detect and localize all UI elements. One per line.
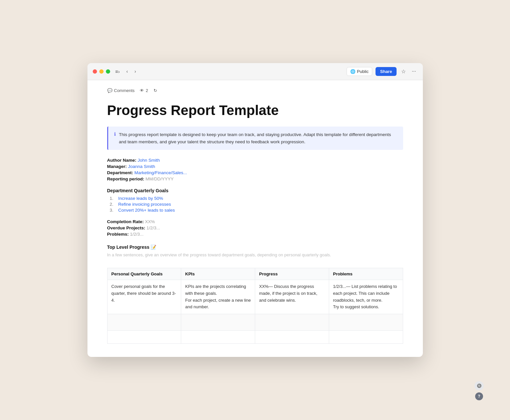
manager-label: Manager: [107, 164, 127, 169]
top-level-placeholder: In a few sentences, give an overview of … [107, 252, 403, 259]
kpis-text-1: KPIs are the projects correlating with t… [185, 284, 251, 309]
goal-num: 2. [110, 202, 116, 207]
cell-kpis-2 [181, 314, 255, 331]
col-header-progress: Progress [255, 268, 329, 280]
table-row [107, 331, 403, 344]
globe-icon: 🌐 [350, 69, 355, 74]
goal-num: 3. [110, 208, 116, 213]
overdue-label: Overdue Projects: [107, 225, 145, 230]
metadata-section: Author Name: John Smith Manager: Joanna … [107, 158, 403, 181]
goal-text[interactable]: Convert 20%+ leads to sales [118, 208, 175, 213]
info-icon: ℹ [114, 131, 116, 145]
author-line: Author Name: John Smith [107, 158, 403, 163]
avatar-icon: 🔘 [474, 381, 484, 390]
more-button[interactable]: ··· [410, 67, 417, 76]
floating-controls: 🔘 ? [474, 381, 484, 400]
cell-goals-2 [107, 314, 181, 331]
cell-progress-3 [255, 331, 329, 344]
cell-goals-1: Cover personal goals for the quarter, th… [107, 280, 181, 314]
col-header-kpis: KPIs [181, 268, 255, 280]
titlebar-actions: 🌐 Public Share ☆ ··· [347, 67, 418, 76]
cell-kpis-1: KPIs are the projects correlating with t… [181, 280, 255, 314]
cell-goals-3 [107, 331, 181, 344]
public-button[interactable]: 🌐 Public [347, 67, 372, 76]
goals-heading: Department Quarterly Goals [107, 188, 403, 193]
cell-progress-2 [255, 314, 329, 331]
table-row [107, 314, 403, 331]
close-button[interactable] [93, 69, 97, 74]
cell-problems-3 [329, 331, 403, 344]
forward-icon: › [134, 69, 136, 74]
sync-button[interactable]: ↻ [154, 88, 157, 93]
sidebar-toggle-button[interactable]: ≡› [114, 67, 121, 76]
goal-text[interactable]: Increase leads by 50% [118, 196, 163, 201]
problems-label: Problems: [107, 232, 129, 237]
traffic-lights [93, 69, 110, 74]
col-header-goals: Personal Quarterly Goals [107, 268, 181, 280]
problems-value: 1/2/3... [130, 232, 143, 237]
manager-line: Manager: Joanna Smith [107, 164, 403, 169]
completion-rate-line: Completion Rate: XX% [107, 219, 403, 224]
author-label: Author Name: [107, 158, 136, 163]
maximize-button[interactable] [106, 69, 110, 74]
back-icon: ‹ [126, 69, 128, 74]
completion-rate-label: Completion Rate: [107, 219, 144, 224]
cell-problems-1: 1/2/3...— List problems relating to each… [329, 280, 403, 314]
col-header-problems: Problems [329, 268, 403, 280]
reporting-period-label: Reporting period: [107, 176, 144, 181]
cell-progress-1: XX%— Discuss the progress made, if the p… [255, 280, 329, 314]
content-area: 💬 Comments 👁 2 ↻ Progress Report Templat… [87, 80, 423, 357]
comments-label: Comments [114, 88, 135, 93]
views-count: 2 [146, 88, 148, 93]
overdue-line: Overdue Projects: 1/2/3... [107, 225, 403, 230]
forward-button[interactable]: › [133, 67, 137, 75]
views-counter: 👁 2 [140, 88, 148, 93]
document-title: Progress Report Template [107, 102, 403, 119]
titlebar: ≡› ‹ › 🌐 Public Share ☆ ··· [87, 63, 423, 80]
sidebar-icon: ≡› [115, 69, 120, 74]
overdue-value: 1/2/3... [147, 225, 160, 230]
back-button[interactable]: ‹ [125, 67, 129, 75]
comments-button[interactable]: 💬 Comments [107, 88, 135, 93]
problems-text-1: 1/2/3...— List problems relating to each… [333, 284, 397, 309]
author-value[interactable]: John Smith [138, 158, 160, 163]
star-button[interactable]: ☆ [400, 67, 407, 76]
share-button[interactable]: Share [376, 67, 397, 76]
top-level-heading: Top Level Progress 📝 [107, 245, 403, 250]
department-label: Department: [107, 170, 134, 175]
help-icon[interactable]: ? [475, 392, 483, 400]
app-window: ≡› ‹ › 🌐 Public Share ☆ ··· 💬 Comments [87, 63, 423, 357]
cell-problems-2 [329, 314, 403, 331]
top-level-section: Top Level Progress 📝 In a few sentences,… [107, 245, 403, 259]
goals-list: 1. Increase leads by 50% 2. Refine invoi… [107, 196, 403, 213]
manager-value[interactable]: Joanna Smith [128, 164, 155, 169]
reporting-period-value: MM/DD/YYYY [146, 176, 174, 181]
goal-num: 1. [110, 196, 116, 201]
completion-rate-value: XX% [145, 219, 155, 224]
stats-section: Completion Rate: XX% Overdue Projects: 1… [107, 219, 403, 237]
department-line: Department: Marketing/Finance/Sales... [107, 170, 403, 175]
public-label: Public [357, 69, 369, 74]
list-item: 3. Convert 20%+ leads to sales [110, 208, 403, 213]
doc-toolbar: 💬 Comments 👁 2 ↻ [107, 87, 403, 93]
cell-kpis-3 [181, 331, 255, 344]
info-text: This progress report template is designe… [119, 131, 397, 145]
goals-section: Department Quarterly Goals 1. Increase l… [107, 188, 403, 213]
problems-line: Problems: 1/2/3... [107, 232, 403, 237]
department-value[interactable]: Marketing/Finance/Sales... [134, 170, 187, 175]
sync-icon: ↻ [154, 88, 157, 93]
comment-icon: 💬 [107, 88, 112, 93]
reporting-period-line: Reporting period: MM/DD/YYYY [107, 176, 403, 181]
minimize-button[interactable] [99, 69, 104, 74]
main-content: 💬 Comments 👁 2 ↻ Progress Report Templat… [87, 80, 423, 357]
progress-table: Personal Quarterly Goals KPIs Progress P… [107, 268, 403, 344]
table-row: Cover personal goals for the quarter, th… [107, 280, 403, 314]
list-item: 1. Increase leads by 50% [110, 196, 403, 201]
goal-text[interactable]: Refine invoicing processes [118, 202, 171, 207]
eye-icon: 👁 [140, 88, 144, 93]
list-item: 2. Refine invoicing processes [110, 202, 403, 207]
info-callout: ℹ This progress report template is desig… [107, 127, 403, 150]
